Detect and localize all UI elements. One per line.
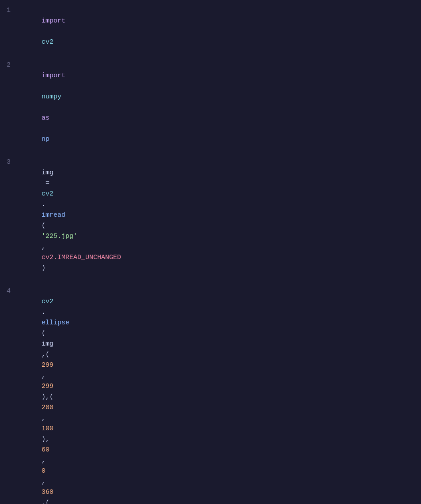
line-content-4: cv2 . ellipse ( img ,( 299 , 299 ),( 200… (18, 286, 85, 504)
line-content-3: img = cv2 . imread ( '225.jpg' , cv2.IMR… (18, 157, 121, 284)
comma5: , (42, 478, 46, 485)
line-number-1: 1 (0, 5, 18, 16)
str-filename: '225.jpg' (42, 233, 77, 240)
num-60: 60 (42, 446, 49, 454)
keyword-as: as (42, 114, 49, 122)
paren3: ( (42, 330, 46, 337)
paren2: ) (42, 264, 46, 272)
func-imread: imread (42, 211, 65, 219)
num-360: 360 (42, 489, 53, 496)
comma3: , (42, 414, 46, 422)
code-line-1: 1 import cv2 (0, 4, 421, 59)
code-line-2: 2 import numpy as np (0, 59, 421, 156)
num-299b: 299 (42, 383, 53, 390)
line-number-4: 4 (0, 286, 18, 297)
line-content-1: import cv2 (18, 5, 65, 58)
num-299a: 299 (42, 361, 53, 369)
alias-np: np (42, 135, 49, 143)
func-ellipse: ellipse (42, 319, 69, 327)
dot1: . (42, 201, 46, 208)
num-100: 100 (42, 425, 53, 433)
comma4: , (42, 457, 46, 464)
const-imread-unchanged: cv2.IMREAD_UNCHANGED (42, 254, 121, 261)
line-number-3: 3 (0, 157, 18, 168)
code-editor: 1 import cv2 2 import numpy as np 3 img … (0, 0, 421, 504)
var-img: img (42, 169, 53, 177)
punc-args4: ,( (42, 499, 49, 504)
cv2-ref1: cv2 (42, 190, 53, 198)
comma1: , (42, 243, 46, 251)
punc-args2: ),( (42, 393, 53, 401)
module-numpy: numpy (42, 93, 61, 101)
space (42, 83, 46, 90)
module-cv2: cv2 (42, 38, 53, 46)
space (42, 28, 46, 35)
code-line-4: 4 cv2 . ellipse ( img ,( 299 , 299 ),( 2… (0, 285, 421, 504)
space (42, 104, 46, 111)
code-line-3: 3 img = cv2 . imread ( '225.jpg' , cv2.I… (0, 156, 421, 285)
line-content-2: import numpy as np (18, 60, 65, 155)
comma2: , (42, 372, 46, 380)
var-img2: img (42, 340, 53, 348)
keyword-import: import (42, 17, 65, 25)
punc-args1: ,( (42, 351, 49, 358)
paren1: ( (42, 222, 46, 229)
dot2: . (42, 308, 46, 316)
op-assign: = (42, 180, 53, 187)
num-200: 200 (42, 404, 53, 411)
space (42, 125, 46, 132)
punc-args3: ), (42, 436, 49, 443)
line-number-2: 2 (0, 60, 18, 71)
num-0a: 0 (42, 467, 46, 475)
keyword-import2: import (42, 72, 65, 79)
cv2-ref2: cv2 (42, 298, 53, 305)
